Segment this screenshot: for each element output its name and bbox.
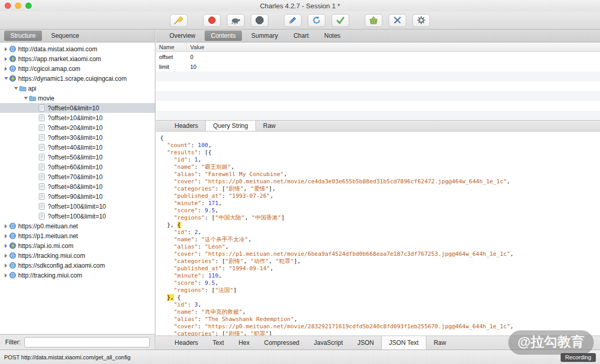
json-punct-token: , [225,243,229,250]
close-button[interactable] [5,3,11,9]
json-line: }, { [160,222,600,229]
tools-basket-button[interactable] [365,14,382,27]
tree-item[interactable]: http://data.mistat.xiaomi.com [0,44,155,54]
tree-item[interactable]: ?offset=10&limit=10 [0,113,155,123]
clear-session-button[interactable] [170,14,188,27]
tree-item[interactable]: ?offset=60&limit=10 [0,162,155,172]
json-line: "regions": ["法国"] [160,287,600,294]
response-tab-raw[interactable]: Raw [426,336,453,350]
tree-item[interactable]: https://p0.meituan.net [0,221,155,231]
request-tab-query-string[interactable]: Query String [205,121,255,131]
response-tab-headers[interactable]: Headers [167,336,205,350]
tree-item[interactable]: https://tracking.miui.com [0,251,155,260]
tree-item[interactable]: api [0,83,155,93]
tab-structure[interactable]: Structure [4,31,42,41]
tree-item[interactable]: ?offset=80&limit=10 [0,182,155,192]
json-number-token: 110 [208,272,219,279]
collapse-arrow-icon[interactable] [22,97,29,99]
tree-item-label: https://dynamic1.scrape.cuiqingcai.com [18,75,126,82]
tab-sequence[interactable]: Sequence [45,31,85,41]
json-bracket-highlight: }, [167,294,174,301]
json-string-token: "id" [174,156,188,163]
tree-item[interactable]: ?offset=0&limit=10 [0,103,155,113]
doc-icon [39,203,48,210]
watermark-badge: @拉勾教育 [508,330,594,355]
tree-item[interactable]: ?offset=90&limit=10 [0,192,155,201]
throttling-button[interactable] [227,14,245,27]
structure-tree[interactable]: http://data.mistat.xiaomi.comhttps://app… [0,42,155,334]
expand-arrow-icon[interactable] [3,47,9,51]
tab-chart[interactable]: Chart [287,31,315,41]
response-body-json-text[interactable]: { "count": 100, "results": [{ "id": 1, "… [156,132,600,336]
request-tab-headers[interactable]: Headers [167,121,205,131]
json-line: "results": [{ [160,149,600,156]
json-number-token: 9.5 [205,280,215,286]
json-string-token: "剧情" [225,185,244,192]
minimize-button[interactable] [15,3,21,9]
json-punct-token: { [160,135,164,141]
repeat-button[interactable] [308,14,325,27]
breakpoints-button[interactable] [251,14,268,27]
tab-summary[interactable]: Summary [245,31,284,41]
filter-input[interactable] [24,337,150,347]
record-button[interactable] [203,14,221,27]
json-punct-token: : [198,178,205,185]
response-tab-hex[interactable]: Hex [231,336,256,350]
collapse-arrow-icon[interactable] [12,87,19,90]
expand-arrow-icon[interactable] [3,264,9,268]
tree-item[interactable]: https://api.io.mi.com [0,241,155,251]
tree-item[interactable]: ?offset=50&limit=10 [0,152,155,162]
json-string-token: "minute" [174,200,202,207]
tree-item[interactable]: http://cgicol.amap.com [0,64,155,74]
tree-item[interactable]: http://tracking.miui.com [0,270,155,280]
tree-item[interactable]: ?offset=40&limit=10 [0,142,155,152]
request-tab-raw[interactable]: Raw [256,121,283,131]
json-punct-token: : [198,323,205,330]
tools-wrench-button[interactable] [389,14,406,27]
titlebar: Charles 4.2.7 - Session 1 * [0,0,600,11]
expand-arrow-icon[interactable] [3,57,9,61]
response-tab-javascript[interactable]: JavaScript [307,336,350,350]
tree-item[interactable]: ?offset=30&limit=10 [0,133,155,142]
tab-notes[interactable]: Notes [318,31,347,41]
json-string-token: "id" [174,229,188,236]
settings-gear-button[interactable] [412,14,430,27]
response-tab-compressed[interactable]: Compressed [257,336,307,350]
tree-item[interactable]: ?offset=20&limit=10 [0,123,155,133]
expand-arrow-icon[interactable] [3,254,9,258]
response-tab-text[interactable]: Text [205,336,231,350]
doc-icon [39,124,48,131]
tree-item[interactable]: https://p1.meituan.net [0,231,155,241]
json-punct-token: : [ [205,287,215,294]
tree-item[interactable]: https://dynamic1.scrape.cuiqingcai.com [0,74,155,83]
tree-item[interactable]: movie [0,93,155,103]
query-param-row[interactable]: offset0 [156,52,600,62]
validate-button[interactable] [332,14,349,27]
tree-item[interactable]: ?offset=100&limit=10 [0,211,155,221]
expand-arrow-icon[interactable] [3,224,9,228]
expand-arrow-icon[interactable] [3,234,9,238]
response-tab-json[interactable]: JSON [350,336,381,350]
expand-arrow-icon[interactable] [3,273,9,278]
tree-item[interactable]: https://app.market.xiaomi.com [0,54,155,64]
tab-contents[interactable]: Contents [205,31,242,41]
json-line: "published_at": "1993-07-26", [160,193,600,200]
compose-button[interactable] [284,14,302,27]
collapse-arrow-icon[interactable] [3,77,9,80]
query-param-row[interactable]: limit10 [156,62,600,71]
json-punct-token: : [201,200,208,207]
json-number-token: 171 [208,200,219,207]
json-line: "score": 9.5, [160,280,600,287]
tree-item[interactable]: ?offset=70&limit=10 [0,172,155,182]
expand-arrow-icon[interactable] [3,67,9,71]
tree-item[interactable]: https://sdkconfig.ad.xiaomi.com [0,260,155,270]
expand-arrow-icon[interactable] [3,244,9,248]
zoom-button[interactable] [25,3,32,9]
json-punct-token: , [294,316,297,323]
response-tab-json-text[interactable]: JSON Text [381,336,426,350]
json-punct-token [160,171,174,178]
globe-icon [9,65,18,72]
tab-overview[interactable]: Overview [163,31,202,41]
json-punct-token: : [191,142,198,149]
tree-item[interactable]: ?offset=100&limit=10 [0,201,155,211]
